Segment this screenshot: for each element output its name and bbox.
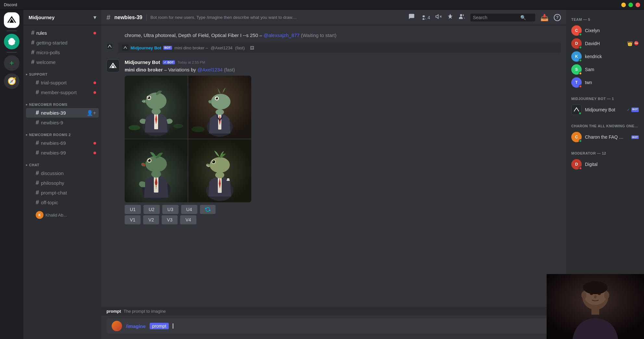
- variation-1-button[interactable]: V1: [125, 215, 141, 224]
- server-name-header[interactable]: Midjourney ▾: [23, 10, 101, 25]
- channel-item-rules[interactable]: # rules: [26, 28, 99, 38]
- search-bar[interactable]: 🔍: [470, 14, 535, 21]
- member-kendrick[interactable]: K kendrick: [569, 50, 641, 63]
- variation-3-button[interactable]: V3: [162, 215, 178, 224]
- member-sam[interactable]: S Sam: [569, 63, 641, 76]
- category-newcomer-rooms-2[interactable]: NEWCOMER ROOMS 2: [23, 128, 101, 138]
- channel-item-discussion[interactable]: # discussion: [26, 169, 99, 178]
- channel-hash-icon: #: [36, 79, 39, 86]
- member-name: Sam: [585, 67, 594, 72]
- channel-hash-icon: #: [31, 59, 34, 66]
- member-name: twn: [585, 80, 592, 85]
- maximize-button[interactable]: [628, 3, 633, 7]
- server-divider-2: [6, 52, 17, 53]
- upscale-3-button[interactable]: U3: [162, 205, 179, 214]
- channel-item-newbies-69[interactable]: # newbies-69: [26, 138, 99, 148]
- search-input[interactable]: [473, 15, 518, 20]
- svg-point-17: [216, 109, 224, 115]
- unread-dot: [93, 152, 96, 154]
- svg-point-21: [216, 97, 217, 98]
- verified-icon: ✓: [627, 107, 630, 112]
- minimize-button[interactable]: [621, 3, 626, 7]
- upscale-4-button[interactable]: U4: [181, 205, 197, 214]
- mute-icon[interactable]: [435, 13, 442, 21]
- members-icon[interactable]: [459, 13, 465, 21]
- svg-point-18: [211, 94, 230, 109]
- svg-point-22: [192, 126, 204, 132]
- channel-hash-icon: #: [36, 149, 39, 156]
- member-badges: ✓ BOT: [627, 107, 639, 112]
- member-name: Cixelyn: [585, 28, 600, 33]
- channel-item-off-topic[interactable]: # off-topic: [26, 198, 99, 207]
- svg-point-38: [210, 157, 230, 173]
- category-chat[interactable]: CHAT: [23, 158, 101, 168]
- video-overlay: [547, 274, 644, 339]
- channel-item-khalid[interactable]: K Khalid Ab...: [26, 210, 99, 220]
- channel-hash-icon: #: [36, 170, 39, 177]
- bot-badge: ✓ BOT: [163, 60, 175, 64]
- channel-item-philosophy[interactable]: # philosophy: [26, 178, 99, 188]
- channel-list: # rules # getting-started # micro-polls …: [23, 25, 101, 339]
- server-icon-midjourney[interactable]: [4, 12, 19, 28]
- unread-dot: [93, 82, 96, 84]
- bot-mini-avatar: [122, 44, 129, 51]
- channel-item-getting-started[interactable]: # getting-started: [26, 38, 99, 47]
- help-icon[interactable]: ?: [554, 14, 561, 21]
- image-cell-3[interactable]: [125, 139, 188, 202]
- image-cell-2[interactable]: [188, 76, 251, 139]
- app-title: Discord: [4, 3, 17, 7]
- member-cixelyn[interactable]: C Cixelyn: [569, 24, 641, 37]
- channel-item-newbies-99[interactable]: # newbies-99: [26, 148, 99, 157]
- refresh-button[interactable]: [200, 205, 216, 214]
- pin-icon[interactable]: [447, 13, 453, 21]
- channel-item-newbies-9[interactable]: # newbies-9: [26, 118, 99, 127]
- member-twn[interactable]: T twn: [569, 76, 641, 89]
- member-davidh[interactable]: D DavidH 👑 ⛔: [569, 37, 641, 50]
- preview-text: mini dino broker –: [175, 45, 208, 50]
- channel-hash-icon: #: [36, 109, 39, 116]
- variation-2-button[interactable]: V2: [143, 215, 159, 224]
- video-person: [547, 274, 644, 339]
- variation-4-button[interactable]: V4: [180, 215, 196, 224]
- preview-speed: (fast): [235, 45, 245, 50]
- channel-item-newbies-39[interactable]: # newbies-39 👤+: [26, 108, 99, 118]
- server-icon-openai[interactable]: [4, 34, 19, 49]
- user-avatar: [112, 321, 122, 331]
- category-newcomer-rooms[interactable]: NEWCOMER ROOMS: [23, 97, 101, 108]
- member-digital[interactable]: D Digital: [569, 158, 641, 171]
- add-member-icon[interactable]: 👤+: [87, 110, 96, 116]
- section-title-midjourney-bot: MIDJOURNEY BOT — 1: [569, 94, 641, 102]
- message-content: chrome, Ultra photoreal, Depth of Field,…: [125, 32, 561, 39]
- header-divider: [146, 14, 147, 21]
- channel-hash-icon: #: [36, 180, 39, 186]
- add-server-button[interactable]: +: [4, 55, 19, 71]
- member-midjourney-bot[interactable]: Midjourney Bot ✓ BOT: [569, 103, 641, 116]
- prompt-hint: The prompt to imagine: [124, 309, 166, 314]
- server-icon-discover[interactable]: 🧭: [4, 73, 19, 89]
- online-status: [578, 112, 582, 115]
- sam-avatar: S: [571, 64, 582, 75]
- channel-item-welcome[interactable]: # welcome: [26, 57, 99, 67]
- channel-item-member-support[interactable]: # member-support: [26, 88, 99, 97]
- bot-badge: BOT: [163, 46, 172, 50]
- preview-mention: @Axel1234: [211, 45, 232, 50]
- category-support[interactable]: SUPPORT: [23, 67, 101, 78]
- bot-preview-content: Midjourney Bot BOT mini dino broker – @A…: [118, 43, 561, 56]
- prompt-label: prompt: [106, 309, 121, 314]
- prompt-pill: prompt: [150, 323, 169, 329]
- member-charon[interactable]: C Charon the FAQ … BOT: [569, 131, 641, 144]
- inbox-icon[interactable]: 📥: [540, 14, 549, 21]
- close-button[interactable]: [636, 3, 640, 7]
- channel-item-prompt-chat[interactable]: # prompt-chat: [26, 188, 99, 197]
- image-cell-4[interactable]: [188, 139, 251, 202]
- threads-icon[interactable]: [408, 13, 415, 22]
- upscale-2-button[interactable]: U2: [143, 205, 160, 214]
- channel-item-trial-support[interactable]: # trial-support: [26, 78, 99, 87]
- image-cell-1[interactable]: [125, 76, 188, 139]
- channel-item-micro-polls[interactable]: # micro-polls: [26, 48, 99, 57]
- messages-area: chrome, Ultra photoreal, Depth of Field,…: [101, 25, 566, 307]
- channel-hash-icon: #: [36, 189, 39, 196]
- khalid-avatar: K: [36, 211, 43, 219]
- upscale-1-button[interactable]: U1: [125, 205, 141, 214]
- channel-hash-icon: #: [36, 89, 39, 96]
